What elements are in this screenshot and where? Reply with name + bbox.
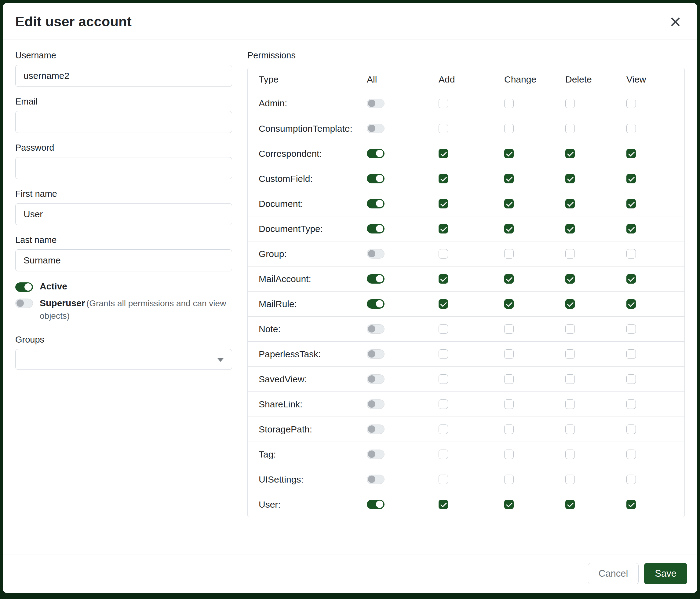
permission-delete-checkbox[interactable]	[565, 425, 575, 434]
permission-delete-checkbox[interactable]	[565, 450, 575, 459]
permission-add-checkbox[interactable]	[439, 324, 448, 334]
permission-all-toggle[interactable]	[367, 199, 384, 209]
permission-view-checkbox[interactable]	[626, 224, 636, 234]
permission-change-checkbox[interactable]	[504, 349, 514, 359]
first-name-input[interactable]	[15, 203, 232, 225]
permission-all-toggle[interactable]	[367, 299, 384, 309]
email-field[interactable]	[15, 111, 232, 133]
permission-delete-checkbox[interactable]	[565, 124, 575, 133]
permission-add-checkbox[interactable]	[439, 199, 448, 209]
permission-add-checkbox[interactable]	[439, 174, 448, 183]
permission-add-checkbox[interactable]	[439, 475, 448, 484]
permission-add-checkbox[interactable]	[439, 450, 448, 459]
last-name-input[interactable]	[15, 249, 232, 271]
permission-add-checkbox[interactable]	[439, 500, 448, 509]
permission-add-checkbox[interactable]	[439, 299, 448, 309]
permission-view-checkbox[interactable]	[626, 149, 636, 158]
permission-all-toggle[interactable]	[367, 450, 384, 459]
permission-view-checkbox[interactable]	[626, 324, 636, 334]
permission-view-checkbox[interactable]	[626, 274, 636, 284]
permission-change-checkbox[interactable]	[504, 299, 514, 309]
active-toggle[interactable]	[15, 282, 33, 292]
permission-view-checkbox[interactable]	[626, 400, 636, 409]
permission-all-toggle[interactable]	[367, 500, 384, 509]
permission-view-checkbox[interactable]	[626, 425, 636, 434]
password-field[interactable]	[15, 157, 232, 179]
permission-change-checkbox[interactable]	[504, 475, 514, 484]
column-header-add: Add	[439, 74, 504, 85]
permission-all-toggle[interactable]	[367, 475, 384, 484]
permission-delete-checkbox[interactable]	[565, 349, 575, 359]
permission-change-checkbox[interactable]	[504, 124, 514, 133]
permission-change-checkbox[interactable]	[504, 149, 514, 158]
permission-delete-checkbox[interactable]	[565, 375, 575, 384]
permission-delete-checkbox[interactable]	[565, 400, 575, 409]
permission-all-toggle[interactable]	[367, 224, 384, 234]
permission-all-toggle[interactable]	[367, 349, 384, 359]
permission-change-checkbox[interactable]	[504, 274, 514, 284]
permission-all-toggle[interactable]	[367, 425, 384, 434]
permission-delete-checkbox[interactable]	[565, 99, 575, 108]
permission-change-checkbox[interactable]	[504, 99, 514, 108]
permission-view-checkbox[interactable]	[626, 174, 636, 183]
save-button[interactable]: Save	[644, 563, 687, 584]
permission-change-checkbox[interactable]	[504, 375, 514, 384]
permission-add-checkbox[interactable]	[439, 274, 448, 284]
permission-all-toggle[interactable]	[367, 149, 384, 158]
permission-delete-checkbox[interactable]	[565, 475, 575, 484]
permission-view-checkbox[interactable]	[626, 450, 636, 459]
permission-change-checkbox[interactable]	[504, 199, 514, 209]
permission-view-checkbox[interactable]	[626, 375, 636, 384]
permission-change-checkbox[interactable]	[504, 425, 514, 434]
permission-add-checkbox[interactable]	[439, 124, 448, 133]
permission-all-toggle[interactable]	[367, 99, 384, 108]
permission-all-toggle[interactable]	[367, 324, 384, 334]
groups-select[interactable]	[15, 349, 232, 370]
permission-view-checkbox[interactable]	[626, 99, 636, 108]
permission-delete-checkbox[interactable]	[565, 299, 575, 309]
permission-view-checkbox[interactable]	[626, 124, 636, 133]
close-icon[interactable]: ×	[667, 14, 683, 30]
permission-add-checkbox[interactable]	[439, 224, 448, 234]
permission-delete-checkbox[interactable]	[565, 324, 575, 334]
table-row: MailAccount:	[248, 266, 684, 291]
permission-add-checkbox[interactable]	[439, 149, 448, 158]
permission-add-checkbox[interactable]	[439, 425, 448, 434]
permission-change-checkbox[interactable]	[504, 500, 514, 509]
permission-all-toggle[interactable]	[367, 249, 384, 259]
permission-delete-checkbox[interactable]	[565, 174, 575, 183]
permission-change-checkbox[interactable]	[504, 249, 514, 259]
permission-add-checkbox[interactable]	[439, 99, 448, 108]
permission-delete-checkbox[interactable]	[565, 500, 575, 509]
permission-all-toggle[interactable]	[367, 274, 384, 284]
permission-change-checkbox[interactable]	[504, 400, 514, 409]
permission-add-checkbox[interactable]	[439, 249, 448, 259]
table-row: Tag:	[248, 441, 684, 467]
permission-delete-checkbox[interactable]	[565, 149, 575, 158]
permission-change-checkbox[interactable]	[504, 450, 514, 459]
permission-view-checkbox[interactable]	[626, 349, 636, 359]
permission-all-toggle[interactable]	[367, 400, 384, 409]
permission-view-checkbox[interactable]	[626, 299, 636, 309]
permission-delete-checkbox[interactable]	[565, 224, 575, 234]
permission-delete-checkbox[interactable]	[565, 249, 575, 259]
username-input[interactable]	[15, 65, 232, 87]
permission-all-toggle[interactable]	[367, 174, 384, 183]
permission-delete-checkbox[interactable]	[565, 199, 575, 209]
permission-view-checkbox[interactable]	[626, 475, 636, 484]
permission-view-checkbox[interactable]	[626, 199, 636, 209]
permission-all-toggle[interactable]	[367, 124, 384, 133]
permission-delete-checkbox[interactable]	[565, 274, 575, 284]
table-row: PaperlessTask:	[248, 341, 684, 366]
permission-add-checkbox[interactable]	[439, 375, 448, 384]
permission-change-checkbox[interactable]	[504, 324, 514, 334]
permission-change-checkbox[interactable]	[504, 224, 514, 234]
permission-view-checkbox[interactable]	[626, 249, 636, 259]
permission-all-toggle[interactable]	[367, 375, 384, 384]
permission-add-checkbox[interactable]	[439, 349, 448, 359]
superuser-toggle[interactable]	[15, 298, 33, 308]
cancel-button[interactable]: Cancel	[588, 563, 639, 584]
permission-change-checkbox[interactable]	[504, 174, 514, 183]
permission-view-checkbox[interactable]	[626, 500, 636, 509]
permission-add-checkbox[interactable]	[439, 400, 448, 409]
